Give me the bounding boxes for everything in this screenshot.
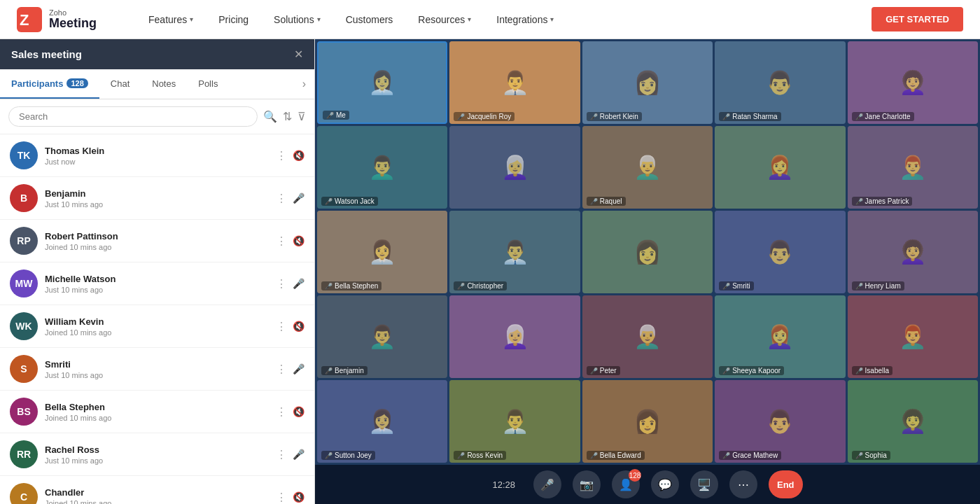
nav-resources[interactable]: Resources ▾ (408, 10, 481, 29)
video-cell[interactable]: 👩‍💼🎤Me (317, 41, 447, 124)
more-options-icon[interactable]: ⋮ (276, 277, 287, 290)
nav-features[interactable]: Features ▾ (139, 10, 203, 29)
video-cell[interactable]: 👩‍🦱🎤Henry Liam (848, 211, 978, 293)
mic-off-icon[interactable]: 🔇 (293, 406, 304, 417)
participants-list: TKThomas KleinJust now⋮🔇BBenjaminJust 10… (0, 134, 314, 504)
participant-name: Michelle Watson (45, 274, 269, 284)
more-options-icon[interactable]: ⋮ (276, 149, 287, 162)
mic-off-icon[interactable]: 🔇 (293, 321, 304, 332)
video-cell[interactable]: 👨🎤Ratan Sharma (715, 41, 845, 124)
video-cell[interactable]: 👩‍💼🎤Sutton Joey (317, 380, 447, 463)
more-options-icon[interactable]: ⋮ (276, 320, 287, 333)
tab-participants[interactable]: Participants 128 (0, 70, 99, 99)
video-participant-name: 🎤Benjamin (321, 366, 368, 375)
video-cell[interactable]: 👩🎤Robert Klein (582, 41, 713, 124)
video-cell[interactable]: 👨‍🦰🎤Isabella (848, 295, 978, 378)
more-options-icon[interactable]: ⋮ (276, 234, 287, 248)
more-options-icon[interactable]: ⋮ (276, 192, 287, 205)
mic-icon: 🎤 (325, 452, 332, 459)
participant-name: Thomas Klein (45, 146, 269, 156)
search-icon[interactable]: 🔍 (263, 110, 277, 123)
mic-icon: 🎤 (855, 452, 863, 459)
video-participant-name: 🎤Smriti (719, 281, 754, 290)
video-cell[interactable]: 👩‍💼🎤Bella Stephen (317, 211, 447, 293)
video-cell[interactable]: 👨‍🦱🎤Watson Jack (317, 126, 447, 209)
mic-button[interactable]: 🎤 (533, 470, 561, 498)
participant-item: TKThomas KleinJust now⋮🔇 (0, 134, 314, 177)
video-cell[interactable]: 👩‍🦱🎤Jane Charlotte (848, 41, 978, 124)
participant-name: Benjamin (45, 188, 269, 199)
participant-time: Just 10 mins ago (45, 200, 269, 209)
more-options-icon[interactable]: ⋮ (276, 363, 287, 376)
close-icon[interactable]: ✕ (294, 48, 303, 61)
video-cell[interactable]: 👨‍💼🎤Jacquelin Roy (449, 41, 580, 124)
bottom-toolbar: 12:28 🎤 📷 👤 128 💬 🖥️ ⋯ End (315, 465, 980, 504)
logo-meeting: Meeting (49, 17, 97, 31)
video-participant-name: 🎤Christopher (454, 281, 507, 290)
logo-zoho: Zoho (49, 8, 97, 17)
sort-icon[interactable]: ⇅ (283, 110, 292, 123)
filter-icon[interactable]: ⊽ (298, 110, 306, 123)
video-participant-name: 🎤Ross Kevin (454, 451, 506, 460)
participants-button[interactable]: 👤 128 (612, 470, 640, 498)
nav-links: Features ▾ Pricing Solutions ▾ Customers… (139, 10, 872, 29)
end-call-button[interactable]: End (769, 470, 803, 498)
chat-button[interactable]: 💬 (651, 470, 679, 498)
video-participant-name: 🎤Sutton Joey (321, 451, 375, 460)
video-participant-name: 🎤Jacquelin Roy (454, 112, 514, 121)
mic-on-icon[interactable]: 🎤 (293, 278, 304, 289)
participant-item: RRRachel RossJust 10 mins ago⋮🎤 (0, 433, 314, 476)
participant-name: Robert Pattinson (45, 231, 269, 241)
mic-icon: 🎤 (590, 452, 598, 459)
participant-badge: 128 (66, 78, 88, 88)
video-cell[interactable]: 👨‍🦱🎤Benjamin (317, 295, 447, 378)
more-options-icon[interactable]: ⋮ (276, 491, 287, 504)
video-cell[interactable]: 👩‍🦳 (449, 295, 580, 378)
video-participant-name: 🎤Me (323, 111, 349, 120)
participant-item: BSBella StephenJoined 10 mins ago⋮🔇 (0, 391, 314, 433)
video-cell[interactable]: 👨‍🦰🎤James Patrick (848, 126, 978, 209)
video-cell[interactable]: 👨‍🦳🎤Peter (582, 295, 713, 378)
get-started-button[interactable]: GET STARTED (872, 7, 963, 31)
participant-time: Joined 10 mins ago (45, 328, 269, 337)
mic-off-icon[interactable]: 🔇 (293, 491, 304, 503)
nav-integrations[interactable]: Integrations ▾ (486, 10, 564, 29)
video-cell[interactable]: 👩🎤Bella Edward (582, 380, 713, 463)
mic-off-icon[interactable]: 🔇 (293, 235, 304, 246)
video-cell[interactable]: 👨🎤Smriti (715, 211, 845, 293)
nav-pricing[interactable]: Pricing (209, 10, 258, 29)
video-cell[interactable]: 👩 (582, 211, 713, 293)
video-cell[interactable]: 👨🎤Grace Mathew (715, 380, 845, 463)
mic-on-icon[interactable]: 🎤 (293, 363, 304, 374)
logo-text: Zoho Meeting (49, 8, 97, 31)
video-cell[interactable]: 👩‍🦰🎤Sheeya Kapoor (715, 295, 845, 378)
mic-on-icon[interactable]: 🎤 (293, 449, 304, 460)
nav-solutions[interactable]: Solutions ▾ (264, 10, 330, 29)
video-cell[interactable]: 👩‍🦰 (715, 126, 845, 209)
mic-icon: 🎤 (590, 113, 598, 120)
tab-more-icon[interactable]: › (294, 69, 314, 99)
participant-item: CChandlerJoined 10 mins ago⋮🔇 (0, 476, 314, 504)
video-cell[interactable]: 👩‍🦱🎤Sophia (848, 380, 978, 463)
tab-polls[interactable]: Polls (187, 70, 229, 99)
search-area: 🔍 ⇅ ⊽ (0, 99, 314, 134)
video-participant-name: 🎤Watson Jack (321, 197, 378, 206)
screen-share-button[interactable]: 🖥️ (690, 470, 718, 498)
video-cell[interactable]: 👩‍🦳 (449, 126, 580, 209)
search-input[interactable] (8, 106, 258, 127)
mic-off-icon[interactable]: 🔇 (293, 150, 304, 161)
mic-on-icon[interactable]: 🎤 (293, 192, 304, 204)
more-options-icon[interactable]: ⋮ (276, 405, 287, 419)
camera-button[interactable]: 📷 (573, 470, 601, 498)
video-cell[interactable]: 👨‍💼🎤Christopher (449, 211, 580, 293)
tab-notes[interactable]: Notes (141, 70, 187, 99)
tab-chat[interactable]: Chat (99, 70, 141, 99)
logo-area[interactable]: Z Zoho Meeting (17, 7, 97, 32)
more-button[interactable]: ⋯ (729, 470, 757, 498)
nav-customers[interactable]: Customers (336, 10, 403, 29)
video-cell[interactable]: 👨‍💼🎤Ross Kevin (449, 380, 580, 463)
meeting-time: 12:28 (492, 479, 515, 490)
more-options-icon[interactable]: ⋮ (276, 448, 287, 461)
navbar: Z Zoho Meeting Features ▾ Pricing Soluti… (0, 0, 980, 39)
video-cell[interactable]: 👨‍🦳🎤Raquel (582, 126, 713, 209)
